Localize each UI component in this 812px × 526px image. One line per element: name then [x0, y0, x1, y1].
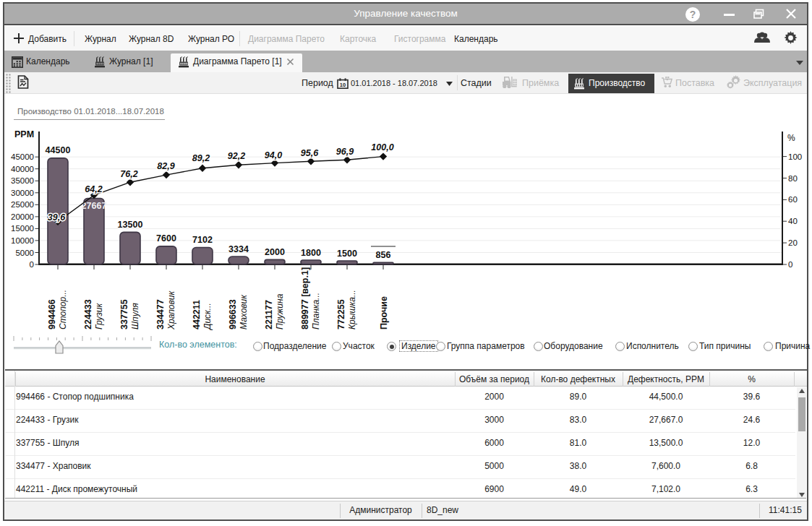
svg-text:Прочие: Прочие	[379, 296, 389, 329]
svg-text:94,0: 94,0	[265, 150, 282, 160]
svg-text:Пружина: Пружина	[275, 293, 285, 329]
svg-text:95,6: 95,6	[301, 148, 319, 158]
svg-text:100,0: 100,0	[371, 142, 393, 152]
svg-text:Храповик: Храповик	[166, 290, 176, 330]
svg-text:334477: 334477	[155, 299, 166, 329]
svg-text:?: ?	[690, 9, 696, 20]
svg-text:100: 100	[788, 152, 802, 161]
svg-text:772255: 772255	[336, 299, 346, 329]
svg-text:0: 0	[788, 260, 792, 269]
svg-text:20: 20	[788, 238, 798, 247]
svg-text:7600: 7600	[156, 233, 176, 243]
svg-text:7102: 7102	[192, 235, 213, 245]
svg-text:442211: 442211	[192, 300, 202, 329]
svg-text:1500: 1500	[337, 249, 357, 259]
svg-text:0: 0	[30, 260, 34, 269]
svg-text:889977 [вер.1]: 889977 [вер.1]	[300, 267, 310, 329]
svg-text:Производство 01.01.2018...18.0: Производство 01.01.2018...18.07.2018	[17, 107, 164, 116]
svg-text:224433: 224433	[83, 299, 93, 329]
svg-text:64,2: 64,2	[85, 184, 102, 194]
svg-text:221177: 221177	[264, 300, 274, 329]
svg-text:40: 40	[788, 217, 798, 225]
svg-text:80: 80	[788, 174, 798, 183]
svg-text:44500: 44500	[46, 145, 71, 155]
svg-text:Крышка...: Крышка...	[347, 290, 357, 329]
svg-text:60: 60	[788, 195, 798, 204]
svg-text:3334: 3334	[228, 244, 249, 254]
svg-text:40000: 40000	[11, 165, 34, 173]
svg-text:1800: 1800	[301, 248, 321, 258]
svg-text:13500: 13500	[118, 220, 143, 230]
svg-text:39,6: 39,6	[48, 212, 66, 223]
svg-text:Планка...: Планка...	[311, 293, 321, 329]
svg-text:10000: 10000	[11, 236, 34, 245]
svg-text:35000: 35000	[11, 176, 34, 185]
svg-text:337755: 337755	[119, 299, 129, 329]
svg-text:2000: 2000	[265, 247, 285, 257]
svg-text:Стопор...: Стопор...	[58, 290, 68, 329]
svg-text:994466: 994466	[47, 299, 57, 329]
svg-text:Маховик: Маховик	[239, 294, 249, 329]
svg-text:5000: 5000	[15, 249, 34, 257]
svg-text:25000: 25000	[11, 200, 34, 209]
svg-text:92,2: 92,2	[228, 151, 245, 161]
svg-text:%: %	[787, 133, 795, 143]
svg-text:30000: 30000	[11, 189, 34, 197]
svg-text:82,9: 82,9	[157, 161, 174, 171]
svg-text:Диск...: Диск...	[202, 303, 213, 331]
svg-text:996633: 996633	[228, 299, 238, 329]
svg-text:856: 856	[376, 250, 391, 260]
svg-text:89,2: 89,2	[192, 153, 210, 163]
svg-text:Шпуля: Шпуля	[130, 303, 140, 329]
svg-text:20000: 20000	[11, 212, 34, 221]
svg-text:PPM: PPM	[14, 129, 34, 139]
svg-text:45000: 45000	[11, 152, 34, 161]
svg-text:Грузик: Грузик	[94, 302, 104, 329]
svg-text:10: 10	[340, 82, 346, 88]
svg-text:76,2: 76,2	[120, 169, 137, 179]
svg-text:15000: 15000	[11, 224, 34, 233]
svg-text:96,9: 96,9	[336, 147, 354, 157]
